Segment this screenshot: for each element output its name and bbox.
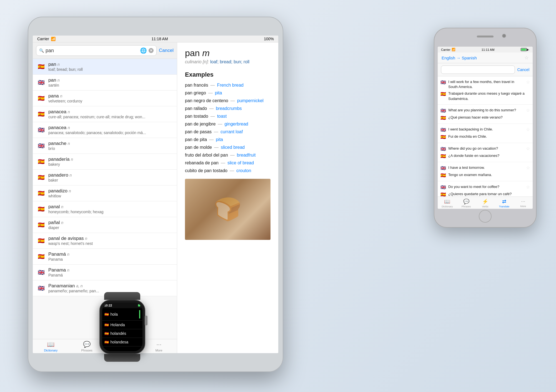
result-item[interactable]: 🇪🇸 pan n loaf; bread; bun; roll	[33, 59, 177, 75]
watch-list-item[interactable]: 🇪🇸 holandés	[102, 329, 142, 338]
phrase-pair[interactable]: 🇬🇧 Where did you go on vacation? ☆ 🇪🇸 ¿A…	[438, 143, 533, 162]
result-item[interactable]: 🇪🇸 panal de avispas n wasp's nest; horne…	[33, 233, 177, 249]
example-english: pumpernickel	[237, 98, 264, 103]
iphone-dictionary-icon: 📖	[444, 198, 450, 205]
phrase-favorite[interactable]: ☆	[526, 165, 530, 170]
iphone-tab-verbs[interactable]: ⚡ Verbs	[476, 198, 495, 208]
iphone-tab-translate[interactable]: ⇄ Translate	[495, 198, 514, 208]
search-input[interactable]	[46, 48, 138, 54]
phrase-english: I have a test tomorrow.	[448, 165, 524, 170]
phrase-spanish: ¿Qué piensas hacer este verano?	[448, 115, 530, 120]
phrase-spanish-row: 🇪🇸 Tengo un examen mañana.	[440, 172, 530, 179]
result-item[interactable]: 🇪🇸 panacea n cure-all; panacea; nostrum;…	[33, 106, 177, 122]
iphone-tab-more[interactable]: ··· More	[514, 198, 533, 208]
result-def: panacea; sanalotodo; panacea; sanalotodo…	[48, 130, 173, 135]
phrase-pair[interactable]: 🇬🇧 I went backpacking in Chile. ☆ 🇪🇸 Fui…	[438, 124, 533, 143]
example-row: pan rallado — breadcrumbs	[185, 106, 271, 111]
result-item[interactable]: 🇪🇸 panadería n bakery	[33, 154, 177, 170]
result-flag: 🇪🇸	[37, 252, 46, 261]
phrase-english: Do you want to meet for coffee?	[448, 184, 524, 189]
result-pos: n	[67, 252, 69, 257]
result-item[interactable]: 🇬🇧 pan n sartén	[33, 75, 177, 91]
phrase-favorite[interactable]: ☆	[526, 146, 530, 151]
result-pos: a, n	[76, 284, 82, 288]
example-spanish: pan de molde	[185, 145, 212, 150]
result-flag: 🇬🇧	[37, 125, 46, 134]
iphone-home-button[interactable]	[479, 210, 492, 223]
ipad-battery: 100%	[264, 37, 274, 41]
watch-word: hola	[111, 312, 118, 316]
iphone-tab-dictionary[interactable]: 📖 Dictionary	[438, 198, 457, 208]
iphone-time: 11:11 AM	[482, 48, 494, 51]
definition-translations: loaf; bread; bun; roll	[210, 59, 249, 64]
phrase-english: I went backpacking in Chile.	[448, 127, 524, 132]
favorite-icon[interactable]: ☆	[524, 55, 529, 61]
iphone-wifi-icon: 📶	[452, 48, 455, 51]
result-def: honeycomb; honeycomb; hexag	[48, 210, 173, 214]
phrase-english-row: 🇬🇧 I went backpacking in Chile. ☆	[440, 126, 530, 133]
result-item[interactable]: 🇪🇸 pana n velveteen; corduroy	[33, 91, 177, 106]
example-english: pita	[216, 137, 223, 142]
iphone-cancel-button[interactable]: Cancel	[517, 67, 529, 72]
result-flag: 🇬🇧	[37, 141, 46, 150]
iphone-more-icon: ···	[521, 198, 525, 204]
iphone-phrases-list[interactable]: 🇬🇧 I will work for a few months, then tr…	[438, 76, 533, 197]
result-pos: n	[60, 94, 62, 98]
phrase-pair[interactable]: 🇬🇧 Do you want to meet for coffee? ☆ 🇪🇸 …	[438, 181, 533, 197]
result-item[interactable]: 🇬🇧 panacea n panacea; sanalotodo; panace…	[33, 122, 177, 138]
result-flag: 🇪🇸	[37, 236, 46, 245]
phrase-english-row: 🇬🇧 Where did you go on vacation? ☆	[440, 145, 530, 152]
example-dash: —	[209, 137, 214, 142]
iphone-screen: Carrier 📶 11:11 AM + English → Spanish ☆…	[438, 47, 533, 209]
definition-category: culinario	[185, 59, 202, 64]
definition-subtitle: culinario [n]: loaf; bread; bun; roll	[185, 59, 271, 64]
ipad: Carrier 📶 11:18 AM 100% 🔍 🌐 ✕ Cancel	[28, 17, 283, 372]
watch-word: holandesa	[111, 340, 129, 344]
phrase-favorite[interactable]: ☆	[526, 184, 530, 190]
result-flag: 🇪🇸	[37, 157, 46, 166]
iphone-search-input[interactable]	[441, 66, 515, 74]
phrase-pair[interactable]: 🇬🇧 I have a test tomorrow. ☆ 🇪🇸 Tengo un…	[438, 162, 533, 181]
iphone-tab-phrases[interactable]: 💬 Phrases	[457, 198, 475, 208]
result-word: pañal n	[48, 220, 173, 225]
example-english: currant loaf	[221, 129, 243, 134]
example-spanish: pan tostado	[185, 114, 208, 119]
result-item[interactable]: 🇪🇸 panal n honeycomb; honeycomb; hexag	[33, 201, 177, 217]
ipad-status-bar: Carrier 📶 11:18 AM 100%	[33, 36, 278, 42]
phrase-en-flag: 🇬🇧	[440, 185, 446, 190]
phrases-icon: 💬	[83, 341, 91, 348]
result-word: panacea n	[48, 109, 173, 115]
watch-screen: 10:22 🇪🇸 hola 🇪🇸 Holanda 🇪🇸 holandés 🇪🇸 …	[102, 303, 142, 351]
phrase-favorite[interactable]: ☆	[526, 108, 530, 113]
phrase-pair[interactable]: 🇬🇧 What are you planning to do this summ…	[438, 105, 533, 124]
ipad-screen: Carrier 📶 11:18 AM 100% 🔍 🌐 ✕ Cancel	[33, 36, 278, 353]
tab-dictionary[interactable]: 📖 Dictionary	[33, 341, 69, 352]
result-item[interactable]: 🇪🇸 Panamá n Panama	[33, 249, 177, 265]
phrase-pair[interactable]: 🇬🇧 I will work for a few months, then tr…	[438, 76, 533, 105]
result-word: panadería n	[48, 157, 173, 162]
watch-list-item[interactable]: 🇪🇸 holandesa	[102, 338, 142, 346]
watch-list-item[interactable]: 🇪🇸 hola	[102, 308, 142, 321]
result-word: panal n	[48, 204, 173, 210]
iphone-nav-title: English → Spanish	[442, 56, 477, 60]
carrier-text: Carrier	[37, 37, 49, 41]
cancel-button[interactable]: Cancel	[159, 48, 174, 53]
phrase-favorite[interactable]: ☆	[526, 127, 530, 132]
iphone: Carrier 📶 11:11 AM + English → Spanish ☆…	[434, 28, 537, 228]
phrase-favorite[interactable]: ☆	[526, 79, 530, 85]
example-row: pan de molde — sliced bread	[185, 145, 271, 150]
result-pos: n	[67, 268, 69, 272]
example-spanish: pan de pasas	[185, 129, 212, 134]
example-dash: —	[214, 129, 218, 134]
result-item[interactable]: 🇪🇸 panadizo n whitlow	[33, 185, 177, 201]
search-input-wrap[interactable]: 🔍 🌐 ✕	[36, 45, 157, 56]
globe-icon[interactable]: 🌐	[140, 47, 147, 54]
battery-bar	[521, 48, 527, 51]
result-item[interactable]: 🇬🇧 panache n brío	[33, 138, 177, 154]
result-item[interactable]: 🇬🇧 Panama n Panamá	[33, 265, 177, 280]
result-item[interactable]: 🇪🇸 panadero n baker	[33, 170, 177, 185]
clear-icon[interactable]: ✕	[149, 48, 154, 53]
watch-list-item[interactable]: 🇪🇸 Holanda	[102, 321, 142, 329]
result-item[interactable]: 🇪🇸 pañal n diaper	[33, 217, 177, 233]
phrase-spanish: Fui de mochila en Chile.	[448, 134, 530, 139]
